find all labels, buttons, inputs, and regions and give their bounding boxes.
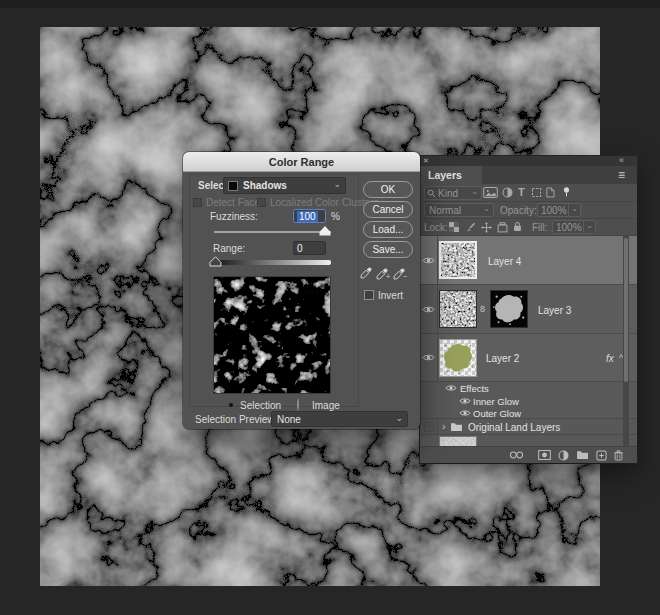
eye-icon[interactable] bbox=[459, 397, 471, 405]
layer-group-row[interactable]: › Original Land Layers bbox=[420, 419, 637, 435]
eye-well-empty bbox=[424, 422, 434, 432]
range-slider[interactable] bbox=[214, 260, 331, 265]
plus-glyph: + bbox=[386, 273, 390, 280]
filter-smart-object-icon[interactable] bbox=[546, 187, 555, 198]
opacity-value: 100% bbox=[541, 205, 567, 216]
localized-clusters-checkbox[interactable] bbox=[257, 198, 266, 207]
eyedropper-plus-icon[interactable]: + bbox=[376, 267, 390, 280]
visibility-toggle[interactable] bbox=[420, 334, 438, 381]
range-slider-thumb[interactable] bbox=[209, 256, 222, 267]
effects-row[interactable]: Effects bbox=[420, 382, 637, 395]
fill-value: 100% bbox=[556, 222, 582, 233]
new-layer-icon[interactable] bbox=[596, 450, 607, 461]
panel-tab-bar: Layers ≡ bbox=[420, 166, 637, 184]
lock-transparency-icon[interactable] bbox=[449, 222, 459, 232]
minus-glyph: − bbox=[403, 273, 407, 280]
photoshop-workspace: ✕ « Layers ≡ Kind ⌄ T bbox=[0, 0, 660, 615]
invert-checkbox[interactable] bbox=[364, 290, 374, 300]
eye-icon bbox=[422, 353, 435, 362]
opacity-label: Opacity: bbox=[500, 205, 537, 216]
cancel-button[interactable]: Cancel bbox=[363, 201, 413, 218]
group-name[interactable]: Original Land Layers bbox=[468, 422, 560, 433]
effect-label: Inner Glow bbox=[473, 396, 519, 407]
filter-kind-dropdown[interactable]: Kind ⌄ bbox=[424, 186, 482, 200]
visibility-toggle-empty[interactable] bbox=[420, 419, 438, 434]
eye-icon[interactable] bbox=[445, 384, 457, 392]
chevron-down-icon: ⌄ bbox=[469, 189, 481, 197]
filter-shape-layers-icon[interactable] bbox=[531, 187, 542, 198]
lock-label: Lock: bbox=[424, 222, 448, 233]
layer-name[interactable]: Layer 3 bbox=[538, 305, 571, 316]
selection-preview-dropdown[interactable]: None ⌄ bbox=[271, 411, 408, 427]
fuzziness-unit: % bbox=[331, 211, 340, 222]
eyedropper-icon[interactable] bbox=[360, 267, 372, 279]
layer-thumbnail[interactable] bbox=[439, 339, 477, 377]
opacity-field[interactable]: 100% ⌄ bbox=[537, 203, 581, 217]
layer-thumbnail[interactable] bbox=[439, 436, 477, 446]
ok-button[interactable]: OK bbox=[363, 181, 413, 198]
select-value: Shadows bbox=[243, 180, 287, 191]
lock-row: Lock: Fill: 100% ⌄ bbox=[420, 219, 637, 236]
scrollbar[interactable] bbox=[623, 236, 629, 446]
layer-row-partial[interactable] bbox=[420, 435, 637, 446]
visibility-toggle[interactable] bbox=[420, 285, 438, 333]
layer-row-layer2[interactable]: Layer 2 fx ^ bbox=[420, 334, 637, 382]
invert-label: Invert bbox=[378, 290, 403, 301]
filter-pin-toggle-icon[interactable] bbox=[563, 186, 570, 198]
disclosure-icon[interactable]: › bbox=[442, 421, 446, 432]
save-button[interactable]: Save... bbox=[363, 241, 413, 258]
eyedropper-minus-icon[interactable]: − bbox=[393, 267, 407, 280]
adjustment-layer-icon[interactable] bbox=[558, 450, 569, 461]
effect-row-outer-glow[interactable]: Outer Glow bbox=[420, 407, 637, 419]
visibility-toggle[interactable] bbox=[420, 236, 438, 284]
detect-faces-checkbox[interactable] bbox=[193, 198, 202, 207]
scrollbar-thumb[interactable] bbox=[624, 238, 628, 382]
window-top-edge bbox=[0, 0, 660, 8]
fuzziness-slider-thumb[interactable] bbox=[319, 226, 331, 236]
fx-badge[interactable]: fx bbox=[606, 353, 614, 364]
lock-artboard-icon[interactable] bbox=[497, 222, 508, 233]
link-layers-icon[interactable] bbox=[509, 451, 524, 459]
effect-label: Outer Glow bbox=[473, 408, 521, 419]
image-radio[interactable] bbox=[297, 398, 299, 411]
lock-paint-icon[interactable] bbox=[465, 222, 476, 233]
layer-thumbnail[interactable] bbox=[439, 290, 477, 328]
load-button[interactable]: Load... bbox=[363, 221, 413, 238]
layer-name[interactable]: Layer 2 bbox=[486, 353, 519, 364]
fuzziness-field[interactable]: 100 bbox=[293, 209, 326, 223]
layer-row-layer3[interactable]: 8 Layer 3 bbox=[420, 285, 637, 334]
image-radio-label: Image bbox=[312, 400, 340, 411]
dialog-title[interactable]: Color Range bbox=[183, 152, 420, 172]
localized-clusters-label: Localized Color Clusters bbox=[270, 197, 378, 208]
panel-close-icon[interactable]: ✕ bbox=[423, 157, 429, 165]
layer-thumbnail[interactable] bbox=[439, 241, 477, 279]
add-layer-mask-icon[interactable] bbox=[538, 450, 551, 460]
chevron-down-icon: ⌄ bbox=[584, 223, 595, 231]
lock-move-icon[interactable] bbox=[481, 222, 492, 233]
layer-row-layer4[interactable]: Layer 4 bbox=[420, 236, 637, 285]
fuzziness-label: Fuzziness: bbox=[210, 211, 258, 222]
tab-layers[interactable]: Layers bbox=[420, 166, 482, 184]
filter-pixel-layers-icon[interactable] bbox=[483, 187, 498, 198]
layer-name[interactable]: Layer 4 bbox=[488, 256, 521, 267]
range-field[interactable]: 0 bbox=[293, 241, 326, 255]
eye-icon[interactable] bbox=[459, 409, 471, 417]
new-group-icon[interactable] bbox=[576, 450, 589, 460]
blend-mode-dropdown[interactable]: Normal ⌄ bbox=[424, 203, 494, 217]
select-dropdown[interactable]: Shadows ⌄ bbox=[223, 177, 346, 194]
filter-adjustment-layers-icon[interactable] bbox=[502, 187, 513, 198]
effect-row-inner-glow[interactable]: Inner Glow bbox=[420, 395, 637, 407]
panel-collapse-icon[interactable]: « bbox=[619, 155, 623, 165]
delete-layer-icon[interactable] bbox=[614, 450, 623, 461]
eye-icon bbox=[422, 305, 435, 314]
selection-radio-label: Selection bbox=[240, 400, 281, 411]
fill-field[interactable]: 100% ⌄ bbox=[552, 220, 596, 234]
panel-menu-icon[interactable]: ≡ bbox=[618, 168, 625, 182]
lock-all-icon[interactable] bbox=[513, 221, 522, 232]
mask-link-icon[interactable]: 8 bbox=[480, 304, 485, 314]
fuzziness-slider[interactable] bbox=[214, 231, 331, 233]
color-swatch-black bbox=[228, 181, 238, 191]
range-label: Range: bbox=[213, 243, 245, 254]
filter-type-layers-icon[interactable]: T bbox=[518, 186, 525, 198]
layer-mask-thumbnail[interactable] bbox=[490, 290, 528, 328]
